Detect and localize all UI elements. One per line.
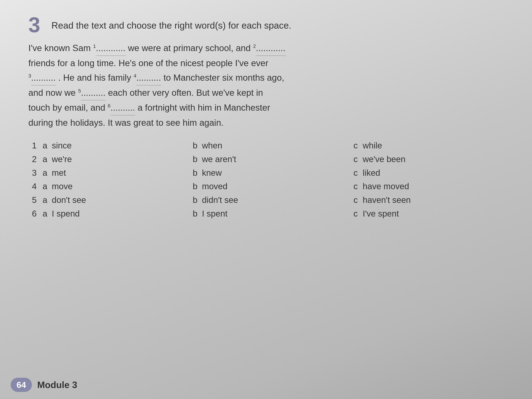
option-letter: b [193, 152, 200, 166]
option-letter: a [43, 180, 50, 193]
option-number: 5 [32, 193, 43, 207]
option-text: I spend [52, 207, 80, 221]
option-letter: a [43, 166, 50, 180]
option-text: I've spent [363, 207, 399, 221]
option-text: move [52, 180, 73, 193]
blank-4: .......... [136, 70, 161, 85]
option-1c: c while [354, 139, 504, 152]
option-text: I spent [202, 207, 228, 221]
option-text: have moved [363, 180, 409, 193]
blank-2: ............ [256, 41, 285, 56]
option-letter: b [193, 207, 200, 221]
option-text: didn't see [202, 193, 238, 207]
page-footer: 64 Module 3 [11, 378, 77, 392]
option-text: when [202, 139, 222, 152]
option-2a: 2 a we're [32, 152, 182, 166]
option-letter: a [43, 193, 50, 207]
options-column-c: c while c we've been c liked c have move… [354, 139, 504, 221]
option-2c: c we've been [354, 152, 504, 166]
option-letter: b [193, 166, 200, 180]
exercise-passage: I've known Sam 1............ we were at … [28, 41, 504, 130]
option-text: liked [363, 166, 380, 180]
option-text: met [52, 166, 66, 180]
option-text: moved [202, 180, 228, 193]
option-4c: c have moved [354, 180, 504, 193]
option-5c: c haven't seen [354, 193, 504, 207]
blank-5: .......... [81, 85, 106, 101]
option-text: haven't seen [363, 193, 411, 207]
option-3a: 3 a met [32, 166, 182, 180]
option-number: 3 [32, 166, 43, 180]
option-text: we've been [363, 152, 405, 166]
page-background: 3 Read the text and choose the right wor… [0, 0, 532, 399]
option-5b: b didn't see [193, 193, 343, 207]
option-6c: c I've spent [354, 207, 504, 221]
option-letter: a [43, 139, 50, 152]
option-letter: b [193, 139, 200, 152]
page-number-badge: 64 [11, 378, 32, 392]
option-number: 2 [32, 152, 43, 166]
option-number: 1 [32, 139, 43, 152]
option-text: we aren't [202, 152, 236, 166]
option-4a: 4 a move [32, 180, 182, 193]
option-4b: b moved [193, 180, 343, 193]
option-text: since [52, 139, 72, 152]
option-text: we're [52, 152, 72, 166]
option-letter: c [354, 166, 361, 180]
exercise-instruction: Read the text and choose the right word(… [51, 16, 291, 32]
option-letter: b [193, 180, 200, 193]
option-text: while [363, 139, 382, 152]
option-5a: 5 a don't see [32, 193, 182, 207]
option-3b: b knew [193, 166, 343, 180]
option-letter: c [354, 180, 361, 193]
option-letter: b [193, 193, 200, 207]
option-letter: a [43, 207, 50, 221]
option-letter: c [354, 139, 361, 152]
option-1b: b when [193, 139, 343, 152]
option-2b: b we aren't [193, 152, 343, 166]
options-column-b: b when b we aren't b knew b moved b di [193, 139, 343, 221]
option-letter: c [354, 193, 361, 207]
option-text: knew [202, 166, 222, 180]
option-letter: c [354, 152, 361, 166]
exercise-header: 3 Read the text and choose the right wor… [28, 16, 504, 35]
blank-3: .......... [31, 70, 56, 85]
option-number: 4 [32, 180, 43, 193]
option-letter: a [43, 152, 50, 166]
option-6a: 6 a I spend [32, 207, 182, 221]
blank-6: .......... [110, 100, 135, 115]
option-6b: b I spent [193, 207, 343, 221]
content-area: 3 Read the text and choose the right wor… [14, 5, 518, 381]
options-column-a: 1 a since 2 a we're 3 a met 4 a move [32, 139, 182, 221]
option-3c: c liked [354, 166, 504, 180]
exercise-number: 3 [28, 14, 46, 35]
option-text: don't see [52, 193, 86, 207]
blank-1: ............ [96, 41, 126, 56]
options-grid: 1 a since 2 a we're 3 a met 4 a move [32, 139, 504, 221]
module-label: Module 3 [37, 380, 77, 390]
page-number: 64 [17, 380, 26, 390]
option-number: 6 [32, 207, 43, 221]
option-1a: 1 a since [32, 139, 182, 152]
option-letter: c [354, 207, 361, 221]
